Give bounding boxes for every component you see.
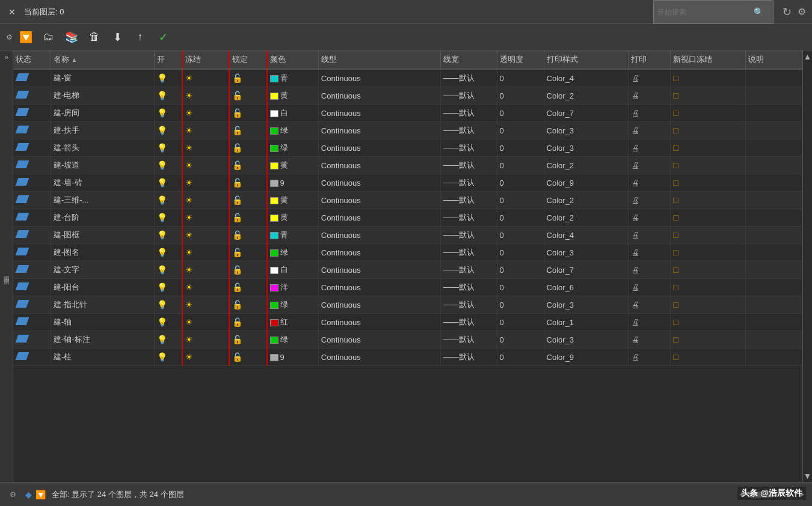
cell-print[interactable]: 🖨: [629, 192, 671, 209]
table-row[interactable]: 建-轴💡☀🔓红Continuous——默认0Color_1🖨□: [13, 314, 802, 331]
cell-color[interactable]: 白: [267, 261, 319, 279]
cell-name[interactable]: 建-台阶: [51, 209, 154, 227]
cell-print[interactable]: 🖨: [629, 331, 671, 349]
cell-linetype[interactable]: Continuous: [318, 122, 440, 139]
cell-lock[interactable]: 🔓: [229, 227, 266, 244]
cell-print[interactable]: 🖨: [629, 87, 671, 105]
cell-print[interactable]: 🖨: [629, 227, 671, 244]
cell-linetype[interactable]: Continuous: [318, 209, 440, 227]
cell-name[interactable]: 建-图框: [51, 227, 154, 244]
cell-new-freeze[interactable]: □: [671, 157, 746, 174]
cell-freeze[interactable]: ☀: [182, 139, 229, 157]
cell-color[interactable]: 绿: [267, 331, 319, 349]
cell-on[interactable]: 💡: [154, 227, 182, 244]
cell-new-freeze[interactable]: □: [671, 227, 746, 244]
cell-name[interactable]: 建-扶手: [51, 122, 154, 139]
cell-on[interactable]: 💡: [154, 349, 182, 366]
cell-freeze[interactable]: ☀: [182, 69, 229, 87]
cell-on[interactable]: 💡: [154, 279, 182, 296]
cell-name[interactable]: 建-柱: [51, 349, 154, 366]
layers-button[interactable]: 📚: [62, 28, 81, 47]
cell-print[interactable]: 🖨: [629, 122, 671, 139]
cell-color[interactable]: 黄: [267, 209, 319, 227]
table-row[interactable]: 建-阳台💡☀🔓洋Continuous——默认0Color_6🖨□: [13, 279, 802, 296]
cell-on[interactable]: 💡: [154, 244, 182, 261]
table-row[interactable]: 建-箭头💡☀🔓绿Continuous——默认0Color_3🖨□: [13, 139, 802, 157]
table-row[interactable]: 建-柱💡☀🔓9Continuous——默认0Color_9🖨□: [13, 349, 802, 366]
cell-on[interactable]: 💡: [154, 122, 182, 139]
merge-button[interactable]: ⬇: [108, 28, 127, 47]
cell-linetype[interactable]: Continuous: [318, 314, 440, 331]
cell-on[interactable]: 💡: [154, 105, 182, 122]
cell-print[interactable]: 🖨: [629, 174, 671, 192]
cell-name[interactable]: 建-轴: [51, 314, 154, 331]
table-row[interactable]: 建-图框💡☀🔓青Continuous——默认0Color_4🖨□: [13, 227, 802, 244]
cell-on[interactable]: 💡: [154, 174, 182, 192]
table-row[interactable]: 建-图名💡☀🔓绿Continuous——默认0Color_3🖨□: [13, 244, 802, 261]
cell-print[interactable]: 🖨: [629, 349, 671, 366]
cell-color[interactable]: 青: [267, 69, 319, 87]
cell-new-freeze[interactable]: □: [671, 139, 746, 157]
refresh-icon[interactable]: ↻: [783, 5, 792, 19]
cell-freeze[interactable]: ☀: [182, 314, 229, 331]
cell-color[interactable]: 黄: [267, 157, 319, 174]
cell-new-freeze[interactable]: □: [671, 105, 746, 122]
cell-name[interactable]: 建-箭头: [51, 139, 154, 157]
cell-on[interactable]: 💡: [154, 192, 182, 209]
cell-on[interactable]: 💡: [154, 69, 182, 87]
cell-name[interactable]: 建-墙-砖: [51, 174, 154, 192]
table-row[interactable]: 建-文字💡☀🔓白Continuous——默认0Color_7🖨□: [13, 261, 802, 279]
cell-lock[interactable]: 🔓: [229, 87, 266, 105]
cell-name[interactable]: 建-三维-...: [51, 192, 154, 209]
cell-linetype[interactable]: Continuous: [318, 157, 440, 174]
cell-name[interactable]: 建-房间: [51, 105, 154, 122]
cell-new-freeze[interactable]: □: [671, 279, 746, 296]
new-layer-button[interactable]: 🗂: [39, 28, 58, 47]
cell-linetype[interactable]: Continuous: [318, 244, 440, 261]
cell-color[interactable]: 绿: [267, 139, 319, 157]
cell-linetype[interactable]: Continuous: [318, 87, 440, 105]
table-row[interactable]: 建-电梯💡☀🔓黄Continuous——默认0Color_2🖨□: [13, 87, 802, 105]
cell-lock[interactable]: 🔓: [229, 331, 266, 349]
settings-icon[interactable]: ⚙: [798, 6, 806, 17]
cell-lock[interactable]: 🔓: [229, 296, 266, 314]
cell-lock[interactable]: 🔓: [229, 244, 266, 261]
cell-lock[interactable]: 🔓: [229, 349, 266, 366]
cell-new-freeze[interactable]: □: [671, 87, 746, 105]
cell-new-freeze[interactable]: □: [671, 122, 746, 139]
filter-button[interactable]: 🔽: [16, 28, 35, 47]
cell-lock[interactable]: 🔓: [229, 69, 266, 87]
cell-lock[interactable]: 🔓: [229, 174, 266, 192]
table-row[interactable]: 建-扶手💡☀🔓绿Continuous——默认0Color_3🖨□: [13, 122, 802, 139]
cell-freeze[interactable]: ☀: [182, 349, 229, 366]
cell-on[interactable]: 💡: [154, 296, 182, 314]
cell-print[interactable]: 🖨: [629, 69, 671, 87]
cell-on[interactable]: 💡: [154, 209, 182, 227]
cell-linetype[interactable]: Continuous: [318, 349, 440, 366]
table-row[interactable]: 建-台阶💡☀🔓黄Continuous——默认0Color_2🖨□: [13, 209, 802, 227]
cell-freeze[interactable]: ☀: [182, 122, 229, 139]
cell-linetype[interactable]: Continuous: [318, 227, 440, 244]
cell-new-freeze[interactable]: □: [671, 209, 746, 227]
cell-freeze[interactable]: ☀: [182, 296, 229, 314]
cell-color[interactable]: 白: [267, 105, 319, 122]
cell-print[interactable]: 🖨: [629, 139, 671, 157]
cell-on[interactable]: 💡: [154, 139, 182, 157]
cell-name[interactable]: 建-文字: [51, 261, 154, 279]
cell-freeze[interactable]: ☀: [182, 105, 229, 122]
cell-color[interactable]: 黄: [267, 87, 319, 105]
cell-on[interactable]: 💡: [154, 157, 182, 174]
cell-new-freeze[interactable]: □: [671, 192, 746, 209]
cell-freeze[interactable]: ☀: [182, 87, 229, 105]
cell-print[interactable]: 🖨: [629, 105, 671, 122]
cell-linetype[interactable]: Continuous: [318, 69, 440, 87]
side-expand-arrows[interactable]: »: [4, 53, 8, 61]
cell-print[interactable]: 🖨: [629, 314, 671, 331]
table-row[interactable]: 建-轴-标注💡☀🔓绿Continuous——默认0Color_3🖨□: [13, 331, 802, 349]
cell-linetype[interactable]: Continuous: [318, 296, 440, 314]
cell-color[interactable]: 洋: [267, 279, 319, 296]
cell-color[interactable]: 黄: [267, 192, 319, 209]
cell-print[interactable]: 🖨: [629, 279, 671, 296]
cell-print[interactable]: 🖨: [629, 209, 671, 227]
cell-freeze[interactable]: ☀: [182, 227, 229, 244]
